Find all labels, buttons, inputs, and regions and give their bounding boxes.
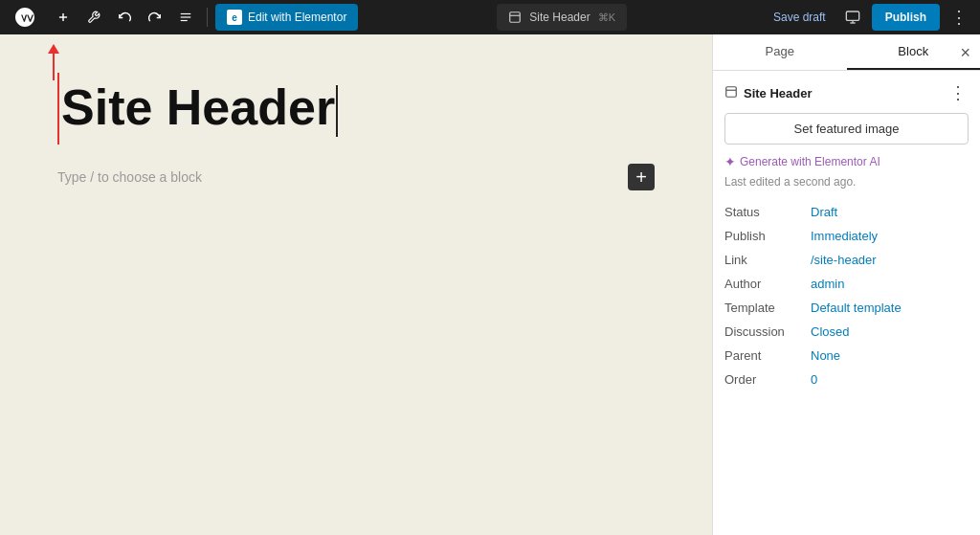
meta-row-discussion: Discussion Closed	[724, 320, 969, 344]
toolbar-right: Save draft Publish ⋮	[766, 4, 972, 31]
tools-button[interactable]	[80, 4, 107, 31]
text-cursor	[336, 85, 338, 137]
device-preview-button[interactable]	[839, 4, 866, 31]
author-value[interactable]: admin	[811, 272, 969, 296]
edit-elementor-label: Edit with Elementor	[248, 11, 346, 24]
section-icon	[724, 85, 738, 101]
meta-row-status: Status Draft	[724, 200, 969, 224]
link-value[interactable]: /site-header	[811, 248, 969, 272]
author-label: Author	[724, 272, 811, 296]
svg-rect-5	[510, 12, 521, 23]
undo-button[interactable]	[111, 4, 138, 31]
panel-section-header: Site Header ⋮	[724, 82, 969, 103]
tab-page[interactable]: Page	[713, 34, 847, 70]
meta-row-link: Link /site-header	[724, 248, 969, 272]
publish-value[interactable]: Immediately	[811, 224, 969, 248]
more-options-button[interactable]: ⋮	[946, 4, 972, 31]
publish-button[interactable]: Publish	[872, 4, 940, 31]
elementor-icon: e	[227, 10, 242, 25]
type-placeholder: Type / to choose a block	[57, 169, 202, 185]
center-pill[interactable]: Site Header ⌘K	[497, 4, 627, 31]
svg-rect-7	[846, 11, 858, 20]
meta-table: Status Draft Publish Immediately Link /s…	[724, 200, 969, 391]
svg-rect-10	[726, 86, 737, 97]
document-overview-button[interactable]	[172, 4, 199, 31]
panel-section-title: Site Header	[724, 85, 813, 101]
main-layout: Site Header Type / to choose a block + P…	[0, 34, 980, 535]
link-label: Link	[724, 248, 811, 272]
discussion-value[interactable]: Closed	[811, 320, 969, 344]
order-label: Order	[724, 368, 811, 391]
toolbar-separator	[207, 8, 208, 27]
drag-handle-arrow	[48, 44, 59, 80]
set-featured-image-button[interactable]: Set featured image	[724, 113, 969, 145]
type-block[interactable]: Type / to choose a block +	[57, 160, 655, 194]
add-block-inline-button[interactable]: +	[628, 164, 655, 190]
panel-content: Site Header ⋮ Set featured image ✦ Gener…	[713, 71, 980, 535]
toolbar-center: Site Header ⌘K	[362, 4, 762, 31]
status-value[interactable]: Draft	[811, 200, 969, 224]
generate-ai-link[interactable]: ✦ Generate with Elementor AI	[724, 154, 969, 169]
title-block[interactable]: Site Header	[57, 73, 655, 145]
meta-row-author: Author admin	[724, 272, 969, 296]
title-content: Site Header	[61, 79, 335, 135]
meta-row-publish: Publish Immediately	[724, 224, 969, 248]
section-title-label: Site Header	[744, 86, 813, 100]
status-label: Status	[724, 200, 811, 224]
page-title-text[interactable]: Site Header	[59, 80, 655, 137]
center-label: Site Header	[529, 11, 590, 24]
generate-label: Generate with Elementor AI	[740, 155, 880, 168]
add-block-toolbar-button[interactable]	[50, 4, 77, 31]
template-value[interactable]: Default template	[811, 296, 969, 320]
canvas-inner: Site Header Type / to choose a block +	[0, 73, 712, 194]
panel-kebab-button[interactable]: ⋮	[947, 82, 969, 103]
right-panel: Page Block × Site Header ⋮ Set featured …	[712, 34, 980, 535]
parent-value[interactable]: None	[811, 344, 969, 368]
edit-elementor-button[interactable]: e Edit with Elementor	[215, 4, 358, 31]
meta-row-parent: Parent None	[724, 344, 969, 368]
meta-row-template: Template Default template	[724, 296, 969, 320]
discussion-label: Discussion	[724, 320, 811, 344]
meta-row-order: Order 0	[724, 368, 969, 391]
publish-label: Publish	[724, 224, 811, 248]
redo-button[interactable]	[142, 4, 168, 31]
panel-tabs: Page Block ×	[713, 34, 980, 71]
ai-sparkle-icon: ✦	[724, 154, 736, 169]
panel-close-button[interactable]: ×	[958, 42, 972, 63]
parent-label: Parent	[724, 344, 811, 368]
top-toolbar: e Edit with Elementor Site Header ⌘K Sav…	[0, 0, 980, 34]
center-shortcut: ⌘K	[598, 11, 615, 24]
canvas-area: Site Header Type / to choose a block +	[0, 34, 712, 535]
last-edited-text: Last edited a second ago.	[724, 175, 969, 189]
order-value[interactable]: 0	[811, 368, 969, 391]
save-draft-button[interactable]: Save draft	[766, 7, 834, 28]
template-label: Template	[724, 296, 811, 320]
wp-logo[interactable]	[8, 0, 42, 34]
